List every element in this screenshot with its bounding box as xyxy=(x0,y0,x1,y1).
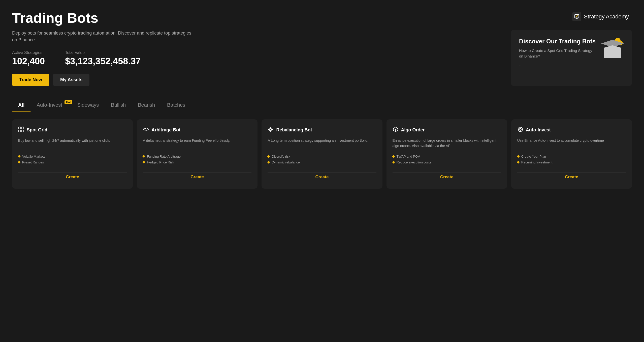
spot-grid-card: Spot Grid Buy low and sell high 24/7 aut… xyxy=(12,119,133,189)
active-strategies-label: Active Strategies xyxy=(12,50,45,55)
auto-invest-feature-2: Recurring Investment xyxy=(517,160,626,164)
auto-invest-features: Create Your Plan Recurring Investment xyxy=(517,155,626,166)
rebalancing-card: Rebalancing Bot A Long term position str… xyxy=(262,119,382,189)
algo-order-feature-1: TWAP and POV xyxy=(393,155,501,158)
tab-sideways[interactable]: Sideways xyxy=(71,98,105,112)
algo-order-feature-2: Reduce execution costs xyxy=(393,160,501,164)
svg-point-9 xyxy=(519,128,521,130)
trade-now-button[interactable]: Trade Now xyxy=(12,74,49,86)
algo-order-header: Algo Order xyxy=(393,126,501,134)
strategy-academy-icon xyxy=(572,12,581,21)
algo-order-card: Algo Order Enhance execution of large or… xyxy=(387,119,507,189)
promo-card: Discover Our Trading Bots How to Create … xyxy=(511,30,632,86)
arbitrage-feature-2: Hedged Price Risk xyxy=(143,160,251,164)
rebalancing-feature-2: Dynamic rebalance xyxy=(268,160,376,164)
auto-invest-icon xyxy=(517,126,523,134)
stats-row: Active Strategies 102,400 Total Value $3… xyxy=(12,50,501,67)
arbitrage-header: Arbitrage Bot xyxy=(143,126,251,134)
svg-rect-3 xyxy=(19,130,21,132)
algo-order-description: Enhance execution of large orders in sma… xyxy=(393,138,501,149)
hero-subtitle: Deploy bots for seamless crypto trading … xyxy=(12,30,194,43)
rebalancing-header: Rebalancing Bot xyxy=(268,126,376,134)
box-body xyxy=(604,45,621,58)
page-title: Trading Bots xyxy=(12,10,98,26)
arbitrage-title: Arbitrage Bot xyxy=(151,127,180,133)
rebalancing-description: A Long term position strategy supporting… xyxy=(268,138,376,149)
total-value-value: $3,123,352,458.37 xyxy=(65,56,141,67)
tabs-section: All Auto-Invest Hot Sideways Bullish Bea… xyxy=(12,98,632,189)
arbitrage-create-button[interactable]: Create xyxy=(143,172,251,182)
algo-order-features: TWAP and POV Reduce execution costs xyxy=(393,155,501,166)
spot-grid-feature-2: Preset Ranges xyxy=(18,160,127,164)
svg-point-5 xyxy=(143,129,145,130)
arbitrage-icon xyxy=(143,126,149,134)
promo-description: How to Create a Spot Grid Trading Strate… xyxy=(519,48,596,59)
rebalancing-features: Diversify risk Dynamic rebalance xyxy=(268,155,376,166)
auto-invest-create-button[interactable]: Create xyxy=(517,172,626,182)
rebalancing-create-button[interactable]: Create xyxy=(268,172,376,182)
svg-point-7 xyxy=(270,128,272,130)
tabs-row: All Auto-Invest Hot Sideways Bullish Bea… xyxy=(12,98,632,112)
algo-order-create-button[interactable]: Create xyxy=(393,172,501,182)
auto-invest-description: Use Binance Auto-Invest to accumulate cr… xyxy=(517,138,626,149)
spot-grid-header: Spot Grid xyxy=(18,126,127,134)
arbitrage-description: A delta neutral strategy to earn Funding… xyxy=(143,138,251,149)
tab-batches[interactable]: Batches xyxy=(161,98,191,112)
spot-grid-feature-1: Volatile Markets xyxy=(18,155,127,158)
algo-order-icon xyxy=(393,126,399,134)
spot-grid-icon xyxy=(18,126,24,134)
auto-invest-card: Auto-Invest Use Binance Auto-Invest to a… xyxy=(511,119,632,189)
tab-all[interactable]: All xyxy=(12,98,31,112)
auto-invest-header: Auto-Invest xyxy=(517,126,626,134)
arbitrage-feature-1: Funding Rate Arbitrage xyxy=(143,155,251,158)
promo-title: Discover Our Trading Bots xyxy=(519,38,596,45)
svg-rect-2 xyxy=(22,127,24,129)
strategy-academy-label: Strategy Academy xyxy=(584,13,629,20)
spot-grid-title: Spot Grid xyxy=(27,127,47,133)
my-assets-button[interactable]: My Assets xyxy=(53,74,89,86)
rebalancing-icon xyxy=(268,126,274,134)
total-value-label: Total Value xyxy=(65,50,141,55)
svg-rect-4 xyxy=(22,130,24,132)
bot-cards-row: Spot Grid Buy low and sell high 24/7 aut… xyxy=(12,119,632,189)
arbitrage-card: Arbitrage Bot A delta neutral strategy t… xyxy=(137,119,257,189)
rebalancing-title: Rebalancing Bot xyxy=(276,127,312,133)
promo-text: Discover Our Trading Bots How to Create … xyxy=(519,38,596,69)
arbitrage-features: Funding Rate Arbitrage Hedged Price Risk xyxy=(143,155,251,166)
svg-point-6 xyxy=(147,129,148,130)
auto-invest-title: Auto-Invest xyxy=(526,127,551,133)
algo-order-title: Algo Order xyxy=(401,127,425,133)
strategy-academy-button[interactable]: Strategy Academy xyxy=(569,10,632,23)
spot-grid-features: Volatile Markets Preset Ranges xyxy=(18,155,127,166)
spot-grid-create-button[interactable]: Create xyxy=(18,172,127,182)
active-strategies-value: 102,400 xyxy=(12,56,45,67)
promo-illustration xyxy=(601,38,624,58)
spot-grid-description: Buy low and sell high 24/7 automatically… xyxy=(18,138,127,149)
rebalancing-feature-1: Diversify risk xyxy=(268,155,376,158)
tab-auto-invest[interactable]: Auto-Invest Hot xyxy=(31,98,71,112)
active-strategies-stat: Active Strategies 102,400 xyxy=(12,50,45,67)
hero-buttons: Trade Now My Assets xyxy=(12,74,501,86)
tab-bearish[interactable]: Bearish xyxy=(132,98,161,112)
svg-rect-1 xyxy=(19,127,21,129)
auto-invest-feature-1: Create Your Plan xyxy=(517,155,626,158)
total-value-stat: Total Value $3,123,352,458.37 xyxy=(65,50,141,67)
promo-dash: - xyxy=(519,63,596,69)
tab-bullish[interactable]: Bullish xyxy=(105,98,132,112)
